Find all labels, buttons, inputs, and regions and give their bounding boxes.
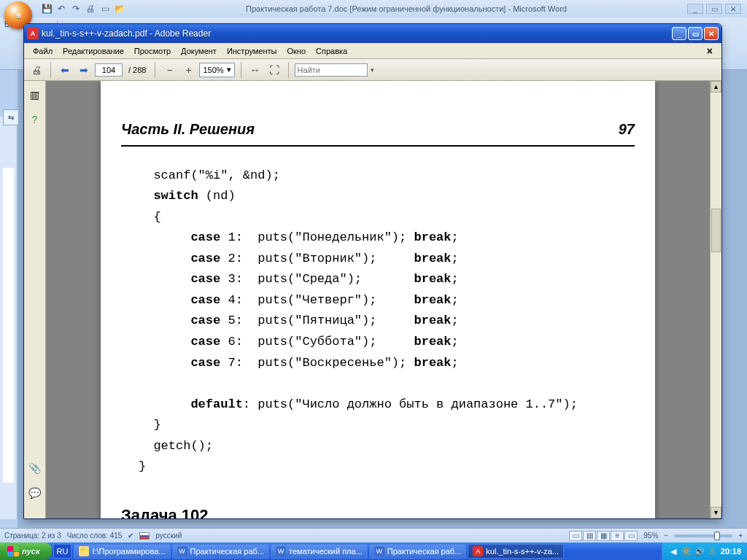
full-screen-view[interactable]: ▤	[583, 531, 596, 541]
zoom-slider[interactable]	[674, 534, 732, 537]
task-title: Задача 102	[121, 502, 635, 518]
print-button[interactable]: 🖨	[28, 62, 44, 78]
comments-icon[interactable]: 💬	[28, 486, 42, 499]
zoom-value[interactable]: 95%	[643, 532, 658, 540]
word-status-bar: Страница: 2 из 3 Число слов: 415 ✔ русск…	[0, 528, 747, 542]
folder-icon: 📁	[79, 546, 89, 556]
status-words[interactable]: Число слов: 415	[67, 532, 123, 540]
language-indicator[interactable]: RU	[53, 544, 72, 559]
page-total: / 288	[125, 66, 149, 74]
undo-icon[interactable]: ↶	[55, 3, 67, 15]
taskbar-item[interactable]: WПрактическая раб...	[172, 544, 270, 559]
zoom-in-button[interactable]: +	[738, 532, 743, 540]
menu-help[interactable]: Справка	[311, 45, 352, 57]
taskbar-item[interactable]: Wтематический пла...	[271, 544, 368, 559]
reader-toolbar: 🖨 ⬅ ➡ / 288 − + 150%▾ ↔ ⛶ ▾	[24, 59, 721, 81]
chevron-down-icon[interactable]: ▾	[371, 66, 374, 74]
word-window-controls: _ ▭ ✕	[687, 4, 741, 14]
tray-icon[interactable]: 🔆	[681, 546, 692, 556]
chevron-down-icon: ▾	[227, 65, 231, 74]
page-header-left: Часть II. Решения	[121, 117, 255, 142]
windows-logo-icon	[7, 546, 19, 556]
menu-document[interactable]: Документ	[177, 45, 221, 57]
new-icon[interactable]: ▭	[99, 3, 111, 15]
page-number: 97	[619, 117, 635, 142]
fit-page-button[interactable]: ⛶	[266, 62, 282, 78]
menu-edit[interactable]: Редактирование	[58, 45, 128, 57]
save-icon[interactable]: 💾	[41, 3, 53, 15]
zoom-select[interactable]: 150%▾	[199, 63, 234, 77]
pdf-page: Часть II. Решения 97 scanf("%i", &nd); s…	[101, 81, 655, 518]
system-tray: ◀ 🔆 🔊 ⚠ 20:18	[662, 542, 747, 560]
print-icon[interactable]: 🖨	[85, 3, 96, 15]
zoom-out-button[interactable]: −	[161, 62, 177, 78]
draft-view[interactable]: ▭	[624, 531, 638, 541]
reader-close-button[interactable]: ✕	[704, 27, 719, 40]
print-layout-view[interactable]: ▭	[569, 531, 582, 541]
code-block: scanf("%i", &nd); switch (nd) { case 1: …	[121, 166, 635, 478]
find-input[interactable]	[295, 63, 368, 77]
pdf-icon: A	[27, 28, 39, 39]
taskbar-clock[interactable]: 20:18	[721, 547, 741, 556]
menu-file[interactable]: Файл	[28, 45, 57, 57]
redo-icon[interactable]: ↷	[70, 3, 82, 15]
next-page-button[interactable]: ➡	[76, 62, 92, 78]
attachments-icon[interactable]: 📎	[28, 462, 42, 475]
help-icon[interactable]: ?	[28, 113, 42, 126]
taskbar-item-active[interactable]: Akul._tin-s-s++-v-za...	[468, 544, 564, 559]
taskbar-item[interactable]: WПрактическая раб...	[369, 544, 467, 559]
adobe-reader-window: A kul._tin-s-s++-v-zadach.pdf - Adobe Re…	[23, 23, 722, 519]
menu-window[interactable]: Окно	[282, 45, 310, 57]
taskbar: пуск RU 📁I:\Программирова... WПрактическ…	[0, 542, 747, 560]
fit-width-button[interactable]: ↔	[247, 62, 263, 78]
tray-shield-icon[interactable]: ⚠	[708, 546, 718, 556]
prev-page-button[interactable]: ⬅	[57, 62, 73, 78]
reader-body: ▥ ? 📎 💬 Часть II. Решения 97 scanf("%i",…	[24, 81, 721, 518]
collapsed-panel-left[interactable]: ⇆	[3, 109, 19, 125]
vertical-scrollbar[interactable]: ▲ ▼	[710, 81, 721, 518]
status-language[interactable]: русский	[155, 532, 182, 540]
scroll-down-button[interactable]: ▼	[711, 507, 721, 518]
open-icon[interactable]: 📂	[114, 3, 125, 15]
restore-button[interactable]: ▭	[706, 4, 722, 14]
word-icon: W	[276, 546, 286, 556]
reader-minimize-button[interactable]: _	[672, 27, 686, 40]
scroll-up-button[interactable]: ▲	[711, 81, 721, 93]
pages-panel-icon[interactable]: ▥	[28, 88, 42, 101]
tray-icon[interactable]: 🔊	[694, 546, 705, 556]
proofing-icon[interactable]: ✔	[128, 532, 133, 540]
reader-titlebar[interactable]: A kul._tin-s-s++-v-zadach.pdf - Adobe Re…	[24, 24, 721, 43]
word-icon: W	[177, 546, 187, 556]
view-buttons: ▭ ▤ ▦ ≡ ▭	[569, 531, 638, 541]
menu-view[interactable]: Просмотр	[130, 45, 175, 57]
doc-close-button[interactable]: ×	[703, 44, 717, 58]
word-icon: W	[374, 546, 384, 556]
status-page[interactable]: Страница: 2 из 3	[4, 532, 61, 540]
reader-title: kul._tin-s-s++-v-zadach.pdf - Adobe Read…	[42, 28, 672, 39]
quick-access-toolbar: 💾 ↶ ↷ 🖨 ▭ 📂	[41, 3, 125, 15]
reader-maximize-button[interactable]: ▭	[688, 27, 703, 40]
zoom-out-button[interactable]: −	[664, 532, 668, 540]
tray-icon[interactable]: ◀	[668, 546, 678, 556]
web-layout-view[interactable]: ▦	[597, 531, 610, 541]
vertical-ruler	[0, 117, 18, 519]
scroll-thumb[interactable]	[711, 209, 721, 252]
page-number-input[interactable]	[95, 63, 123, 77]
start-button[interactable]: пуск	[0, 542, 52, 560]
outline-view[interactable]: ≡	[611, 531, 624, 541]
zoom-in-button[interactable]: +	[180, 62, 196, 78]
word-titlebar[interactable]: ⊞ 💾 ↶ ↷ 🖨 ▭ 📂 Практическая работа 7.doc …	[0, 0, 747, 18]
reader-sidebar: ▥ ? 📎 💬	[24, 81, 46, 518]
pdf-icon: A	[473, 546, 483, 556]
reader-menubar: Файл Редактирование Просмотр Документ Ин…	[24, 43, 721, 59]
word-title: Практическая работа 7.doc [Режим огранич…	[125, 4, 687, 13]
minimize-button[interactable]: _	[687, 4, 703, 14]
menu-tools[interactable]: Инструменты	[222, 45, 282, 57]
taskbar-item[interactable]: 📁I:\Программирова...	[74, 544, 170, 559]
close-button[interactable]: ✕	[725, 4, 741, 14]
language-flag-icon	[139, 532, 150, 540]
page-viewport[interactable]: Часть II. Решения 97 scanf("%i", &nd); s…	[46, 81, 710, 518]
